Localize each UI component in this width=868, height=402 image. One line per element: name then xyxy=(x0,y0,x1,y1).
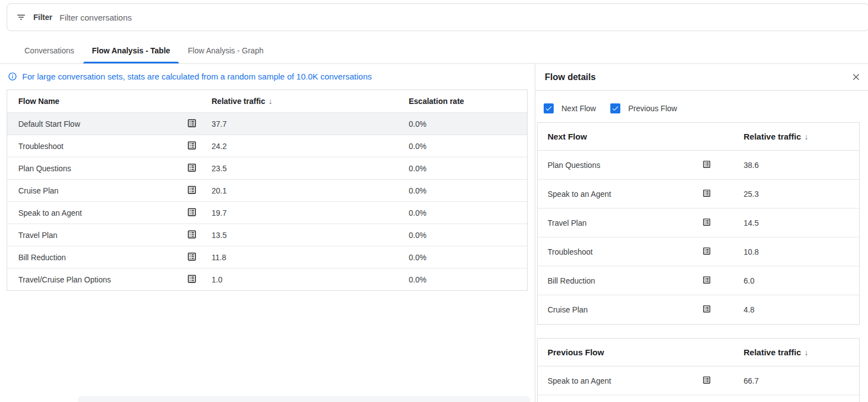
panel-flow-row[interactable]: Speak to an Agent 66.7 xyxy=(538,366,859,395)
panel-title: Flow details xyxy=(545,72,596,82)
relative-traffic-value: 6.0 xyxy=(744,276,859,285)
panel-flow-row[interactable]: Plan Questions 38.6 xyxy=(538,151,859,180)
filter-input[interactable] xyxy=(59,13,860,22)
next-flow-table: Next Flow Relative traffic ↓ Plan Questi… xyxy=(537,122,860,325)
filter-bar[interactable]: Filter xyxy=(7,3,868,31)
escalation-rate-value: 0.0% xyxy=(409,253,527,262)
flow-name: Travel/Cruise Plan Options xyxy=(18,275,187,284)
list-alt-icon[interactable] xyxy=(187,140,197,151)
tab-flow-analysis-table[interactable]: Flow Analysis - Table xyxy=(83,38,179,63)
list-alt-icon[interactable] xyxy=(187,251,197,262)
previous-flow-table-header: Previous Flow Relative traffic ↓ xyxy=(538,339,859,366)
flow-table-row[interactable]: Default Start Flow 37.7 0.0% xyxy=(7,112,527,135)
relative-traffic-value: 23.5 xyxy=(212,164,409,173)
relative-traffic-value: 37.7 xyxy=(212,120,409,128)
flow-name: Cruise Plan xyxy=(18,186,187,195)
list-alt-icon[interactable] xyxy=(702,217,711,227)
list-alt-icon[interactable] xyxy=(702,275,711,285)
flow-table-row[interactable]: Bill Reduction 11.8 0.0% xyxy=(7,246,527,268)
list-alt-icon[interactable] xyxy=(702,188,711,198)
horizontal-scrollbar-hint[interactable] xyxy=(78,396,530,402)
tab-bar: Conversations Flow Analysis - Table Flow… xyxy=(0,38,868,64)
previous-flow-table-body: Speak to an Agent 66.7 xyxy=(538,366,859,395)
flow-table-row[interactable]: Travel Plan 13.5 0.0% xyxy=(7,224,527,246)
relative-traffic-value: 24.2 xyxy=(212,142,409,151)
info-icon xyxy=(8,72,17,81)
panel-flow-row[interactable]: Speak to an Agent 25.3 xyxy=(538,180,859,209)
flow-table-row[interactable]: Cruise Plan 20.1 0.0% xyxy=(7,179,527,201)
panel-header: Flow details xyxy=(535,64,868,91)
next-flow-checkbox-label: Next Flow xyxy=(561,104,596,113)
next-flow-header: Next Flow xyxy=(548,132,702,141)
flow-name: Speak to an Agent xyxy=(548,376,702,385)
panel-flow-row[interactable]: Travel Plan 14.5 xyxy=(538,209,859,237)
tab-conversations[interactable]: Conversations xyxy=(16,38,83,63)
relative-traffic-value: 19.7 xyxy=(212,209,409,217)
list-alt-icon[interactable] xyxy=(187,118,197,128)
relative-traffic-value: 38.6 xyxy=(744,161,859,170)
close-icon[interactable] xyxy=(850,71,862,83)
list-alt-icon[interactable] xyxy=(187,207,197,217)
column-header-relative-traffic[interactable]: Relative traffic ↓ xyxy=(212,97,409,106)
previous-flow-traffic-header[interactable]: Relative traffic ↓ xyxy=(744,348,859,357)
flow-name: Plan Questions xyxy=(548,161,702,170)
flow-name: Bill Reduction xyxy=(18,253,187,262)
previous-flow-table: Previous Flow Relative traffic ↓ Speak t… xyxy=(537,338,860,402)
panel-flow-row[interactable]: Cruise Plan 4.8 xyxy=(538,295,859,324)
relative-traffic-value: 11.8 xyxy=(212,253,409,262)
flow-name: Speak to an Agent xyxy=(548,190,702,198)
escalation-rate-value: 0.0% xyxy=(409,142,527,151)
flow-details-panel: Flow details Next Flow Previous Flow Nex… xyxy=(535,64,868,402)
list-alt-icon[interactable] xyxy=(187,274,197,284)
info-banner: For large conversation sets, stats are c… xyxy=(8,72,372,81)
previous-flow-checkbox-label: Previous Flow xyxy=(628,104,677,113)
flow-table-row[interactable]: Plan Questions 23.5 0.0% xyxy=(7,157,527,179)
filter-label: Filter xyxy=(33,13,52,22)
escalation-rate-value: 0.0% xyxy=(409,275,527,284)
flow-name: Speak to an Agent xyxy=(18,209,187,217)
flow-name: Travel Plan xyxy=(18,231,187,240)
sort-descending-icon: ↓ xyxy=(804,132,808,141)
list-alt-icon[interactable] xyxy=(187,185,197,195)
panel-flow-row[interactable]: Troubleshoot 10.8 xyxy=(538,237,859,266)
info-banner-text: For large conversation sets, stats are c… xyxy=(22,72,372,81)
flow-table-body: Default Start Flow 37.7 0.0% Troubleshoo… xyxy=(7,112,527,290)
flow-table: Flow Name Relative traffic ↓ Escalation … xyxy=(7,90,528,291)
column-header-escalation-rate[interactable]: Escalation rate xyxy=(409,97,527,106)
previous-flow-header: Previous Flow xyxy=(548,348,702,357)
column-header-flow-name: Flow Name xyxy=(18,97,187,106)
list-alt-icon[interactable] xyxy=(702,246,711,256)
flow-table-row[interactable]: Troubleshoot 24.2 0.0% xyxy=(7,135,527,157)
next-flow-table-header: Next Flow Relative traffic ↓ xyxy=(538,123,859,151)
list-alt-icon[interactable] xyxy=(702,160,711,169)
flow-name: Troubleshoot xyxy=(18,142,187,151)
relative-traffic-value: 4.8 xyxy=(744,305,859,314)
sort-descending-icon: ↓ xyxy=(268,97,272,106)
escalation-rate-value: 0.0% xyxy=(409,120,527,128)
next-flow-traffic-header[interactable]: Relative traffic ↓ xyxy=(744,132,859,141)
list-alt-icon[interactable] xyxy=(187,229,197,240)
relative-traffic-value: 1.0 xyxy=(212,275,409,284)
tab-flow-analysis-graph[interactable]: Flow Analysis - Graph xyxy=(179,38,272,63)
flow-name: Travel Plan xyxy=(548,219,702,227)
flow-table-row[interactable]: Travel/Cruise Plan Options 1.0 0.0% xyxy=(7,268,527,290)
flow-name: Cruise Plan xyxy=(548,305,702,314)
flow-table-row[interactable]: Speak to an Agent 19.7 0.0% xyxy=(7,201,527,224)
next-flow-checkbox[interactable] xyxy=(544,103,554,113)
escalation-rate-value: 0.0% xyxy=(409,231,527,240)
relative-traffic-value: 14.5 xyxy=(744,219,859,227)
flow-name: Plan Questions xyxy=(18,164,187,173)
relative-traffic-value: 25.3 xyxy=(744,190,859,198)
previous-flow-checkbox[interactable] xyxy=(610,103,620,113)
flow-filter-checkboxes: Next Flow Previous Flow xyxy=(544,103,677,113)
flow-table-header: Flow Name Relative traffic ↓ Escalation … xyxy=(7,90,527,112)
escalation-rate-value: 0.0% xyxy=(409,186,527,195)
panel-flow-row[interactable]: Bill Reduction 6.0 xyxy=(538,266,859,295)
list-alt-icon[interactable] xyxy=(187,162,197,173)
flow-name: Troubleshoot xyxy=(548,247,702,256)
next-flow-table-body: Plan Questions 38.6 Speak to an Agent 25… xyxy=(538,151,859,324)
sort-descending-icon: ↓ xyxy=(804,348,808,357)
list-alt-icon[interactable] xyxy=(702,375,711,385)
list-alt-icon[interactable] xyxy=(702,304,711,314)
relative-traffic-value: 13.5 xyxy=(212,231,409,240)
